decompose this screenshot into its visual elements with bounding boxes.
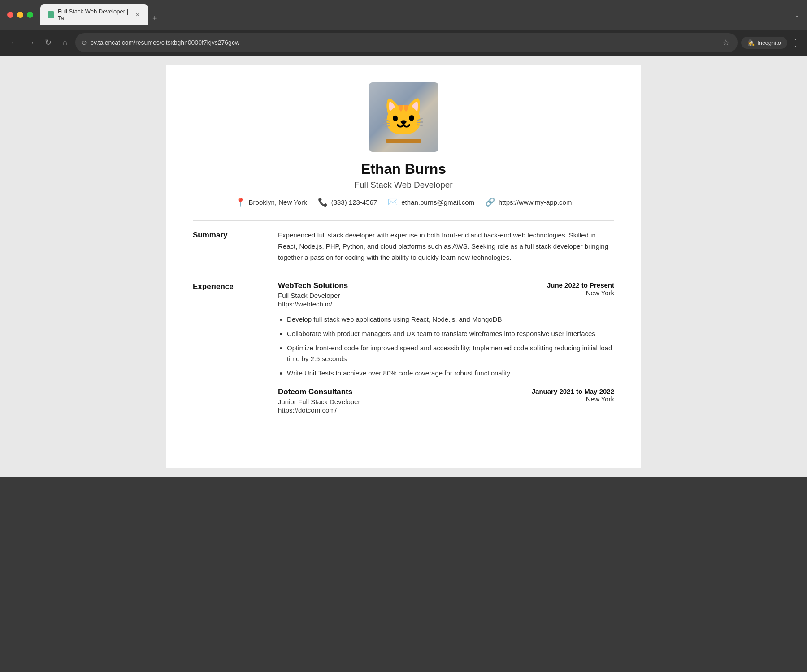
exp-company-1: WebTech Solutions <box>278 281 348 290</box>
new-tab-button[interactable]: + <box>149 12 161 25</box>
window-controls <box>7 12 33 18</box>
security-icon: ⊙ <box>82 39 87 46</box>
browser-window: Full Stack Web Developer | Ta ✕ + ⌄ ← → … <box>0 0 807 477</box>
exp-location-2: New York <box>532 395 614 403</box>
summary-content: Experienced full stack developer with ex… <box>278 230 614 263</box>
website-icon: 🔗 <box>485 197 495 207</box>
expand-button[interactable]: ⌄ <box>794 11 800 18</box>
tab-close-button[interactable]: ✕ <box>134 12 141 18</box>
url-display: cv.talencat.com/resumes/cltsxbghn0000f7k… <box>91 39 717 46</box>
candidate-title: Full Stack Web Developer <box>193 180 614 190</box>
title-bar: Full Stack Web Developer | Ta ✕ + ⌄ <box>0 0 807 30</box>
resume-header: 🐱 Ethan Burns Full Stack Web Developer 📍… <box>193 82 614 207</box>
back-button[interactable]: ← <box>7 36 21 49</box>
header-divider <box>193 220 614 221</box>
browser-menu-button[interactable]: ⋮ <box>791 37 800 48</box>
bookmark-button[interactable]: ☆ <box>720 36 731 49</box>
bullet-1-2: Collaborate with product managers and UX… <box>287 328 614 339</box>
location-text: Brooklyn, New York <box>249 198 307 206</box>
avatar: 🐱 <box>369 82 438 152</box>
summary-section: Summary Experienced full stack developer… <box>193 230 614 263</box>
exp-date-block-1: June 2022 to Present New York <box>547 281 614 297</box>
phone-text: (333) 123-4567 <box>331 198 377 206</box>
exp-url-1: https://webtech.io/ <box>278 300 348 308</box>
exp-date-2: January 2021 to May 2022 <box>532 388 614 395</box>
tab-bar: Full Stack Web Developer | Ta ✕ + <box>40 4 791 25</box>
phone-icon: 📞 <box>318 197 328 207</box>
maximize-button[interactable] <box>27 12 33 18</box>
experience-section: Experience WebTech Solutions Full Stack … <box>193 281 614 423</box>
exp-company-block-2: Dotcom Consultants Junior Full Stack Dev… <box>278 388 360 414</box>
experience-label: Experience <box>193 281 265 423</box>
active-tab[interactable]: Full Stack Web Developer | Ta ✕ <box>40 4 148 25</box>
email-icon: ✉️ <box>388 197 398 207</box>
website-text: https://www.my-app.com <box>499 198 572 206</box>
exp-url-2: https://dotcom.com/ <box>278 406 360 414</box>
tab-title: Full Stack Web Developer | Ta <box>58 8 131 22</box>
bullet-1-1: Develop full stack web applications usin… <box>287 314 614 325</box>
summary-text: Experienced full stack developer with ex… <box>278 230 614 263</box>
reload-button[interactable]: ↻ <box>41 36 55 49</box>
close-button[interactable] <box>7 12 13 18</box>
contact-location: 📍 Brooklyn, New York <box>235 197 307 207</box>
location-icon: 📍 <box>235 197 245 207</box>
summary-label: Summary <box>193 230 265 263</box>
exp-header-2: Dotcom Consultants Junior Full Stack Dev… <box>278 388 614 414</box>
page-content: 🐱 Ethan Burns Full Stack Web Developer 📍… <box>0 56 807 477</box>
exp-company-block-1: WebTech Solutions Full Stack Developer h… <box>278 281 348 308</box>
address-bar[interactable]: ⊙ cv.talencat.com/resumes/cltsxbghn0000f… <box>75 33 738 52</box>
forward-button[interactable]: → <box>24 36 38 49</box>
exp-company-2: Dotcom Consultants <box>278 388 360 396</box>
navigation-bar: ← → ↻ ⌂ ⊙ cv.talencat.com/resumes/cltsxb… <box>0 30 807 56</box>
minimize-button[interactable] <box>17 12 23 18</box>
contact-website: 🔗 https://www.my-app.com <box>485 197 572 207</box>
email-text: ethan.burns@gmail.com <box>401 198 474 206</box>
incognito-label: Incognito <box>757 39 781 46</box>
exp-location-1: New York <box>547 289 614 297</box>
tab-favicon <box>48 11 54 18</box>
exp-role-1: Full Stack Developer <box>278 292 348 299</box>
bullet-1-3: Optimize front-end code for improved spe… <box>287 343 614 364</box>
contact-phone: 📞 (333) 123-4567 <box>318 197 377 207</box>
contact-row: 📍 Brooklyn, New York 📞 (333) 123-4567 ✉️… <box>193 197 614 207</box>
experience-divider <box>193 272 614 272</box>
contact-email: ✉️ ethan.burns@gmail.com <box>388 197 474 207</box>
exp-date-1: June 2022 to Present <box>547 281 614 289</box>
experience-entry-2: Dotcom Consultants Junior Full Stack Dev… <box>278 388 614 414</box>
exp-date-block-2: January 2021 to May 2022 New York <box>532 388 614 403</box>
home-button[interactable]: ⌂ <box>58 36 72 49</box>
exp-header-1: WebTech Solutions Full Stack Developer h… <box>278 281 614 308</box>
incognito-button[interactable]: 🕵 Incognito <box>741 37 787 49</box>
exp-role-2: Junior Full Stack Developer <box>278 398 360 405</box>
candidate-name: Ethan Burns <box>193 161 614 177</box>
bullet-1-4: Write Unit Tests to achieve over 80% cod… <box>287 368 614 379</box>
incognito-icon: 🕵 <box>747 39 755 46</box>
resume-container: 🐱 Ethan Burns Full Stack Web Developer 📍… <box>166 65 641 468</box>
experience-entry-1: WebTech Solutions Full Stack Developer h… <box>278 281 614 379</box>
exp-bullets-1: Develop full stack web applications usin… <box>278 314 614 379</box>
experience-content: WebTech Solutions Full Stack Developer h… <box>278 281 614 423</box>
